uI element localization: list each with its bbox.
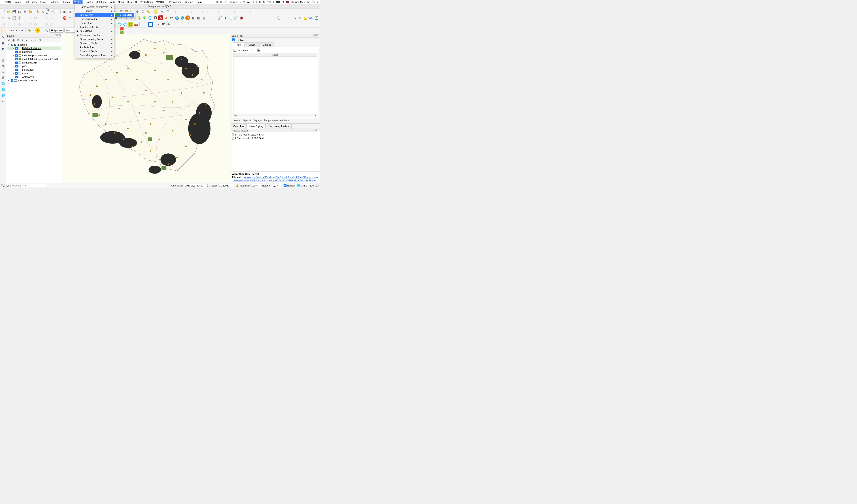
btab-processing[interactable]: Processing Toolbox — [266, 124, 292, 129]
locator-search-icon[interactable]: 🔍 — [1, 184, 4, 187]
layer-row[interactable]: ▸module8 landuse_cleaned [1973] — [7, 57, 61, 61]
layer-tree[interactable]: ▾🗀module8▸Rajshahi_districts▸buildings▸m… — [6, 43, 61, 183]
select-feature-icon[interactable]: ▭ — [1, 28, 6, 33]
layer-row[interactable]: ▸pofw — [7, 64, 61, 68]
lt-remove-icon[interactable]: 🗑 — [38, 38, 42, 42]
plugin-g-icon[interactable]: 🌎 — [180, 15, 185, 20]
expand-icon[interactable]: ▸ — [12, 65, 14, 67]
coord-extent-icon[interactable]: ⛶ — [207, 184, 209, 187]
snap13-icon[interactable]: ⊹ — [237, 9, 242, 14]
layer-visibility-checkbox[interactable] — [15, 47, 18, 50]
row3-d-icon[interactable]: ◇ — [17, 22, 22, 27]
plugin-red-icon[interactable]: A — [158, 15, 163, 20]
expand-icon[interactable]: ▸ — [12, 62, 14, 64]
plugin-c-icon[interactable]: 🖼 — [153, 15, 158, 20]
cloud-icon[interactable]: ☁ — [247, 0, 250, 3]
btab-valuetool[interactable]: Value Tool — [231, 124, 247, 129]
tray-icon[interactable]: ▤ — [220, 0, 222, 3]
lt-delim-icon[interactable]: , — [1, 52, 5, 57]
info-icon[interactable]: ℹ — [223, 15, 228, 20]
save-icon[interactable]: 💾 — [12, 9, 17, 14]
spin-down-icon[interactable]: ▼ — [258, 50, 260, 51]
zoom-in-icon[interactable]: 🔍+ — [46, 9, 51, 14]
lt-manage-icon[interactable]: 👁 — [16, 38, 20, 42]
result-row[interactable]: HTML report [12:02:43PM] — [231, 133, 319, 136]
row3-c-icon[interactable]: ◇ — [12, 22, 17, 27]
colorwheel-icon[interactable]: 🟥🟩 — [120, 28, 125, 33]
battery-icon[interactable] — [276, 1, 280, 3]
snap16-icon[interactable]: ⊹ — [254, 9, 258, 14]
green-tile-icon[interactable]: ▢ — [128, 22, 133, 27]
num123-icon[interactable]: 123 — [308, 15, 313, 20]
country-combo[interactable]: Philippines — [49, 28, 64, 33]
pan-icon[interactable]: ✋ — [35, 9, 40, 14]
filter-globe-icon[interactable]: 🔍 — [44, 28, 49, 33]
layer-visibility-checkbox[interactable] — [11, 79, 13, 82]
row3-h-icon[interactable]: ◇ — [38, 22, 44, 27]
menu-mmqgis[interactable]: MMQGIS — [156, 1, 166, 3]
render-checkbox[interactable] — [284, 184, 286, 187]
magnifier-input[interactable] — [251, 184, 260, 187]
measure-icon[interactable]: 📏 — [146, 9, 151, 14]
expand-icon[interactable]: ▸ — [12, 47, 14, 49]
edit-save-icon[interactable]: 💾 — [12, 15, 17, 20]
plugin-f-icon[interactable]: 🌍 — [174, 15, 179, 20]
zoom-layer-icon[interactable]: ▦ — [67, 9, 72, 14]
epsg-label[interactable]: EPSG:3106 — [301, 184, 314, 187]
snap4-icon[interactable]: ⊹ — [189, 9, 194, 14]
menu-database[interactable]: Database — [96, 1, 106, 3]
grid-b-icon[interactable]: ◧ — [196, 15, 201, 20]
menu-vector[interactable]: Vector — [73, 0, 83, 4]
menu-processing[interactable]: Processing — [169, 1, 181, 3]
menu-project[interactable]: Project — [14, 1, 21, 3]
menu-view[interactable]: View — [32, 1, 37, 3]
grid-c-icon[interactable]: ▨ — [201, 15, 206, 20]
target-icon[interactable]: ⊕ — [166, 22, 171, 27]
lt-raster-icon[interactable]: ▦ — [1, 41, 5, 45]
layer-row[interactable]: ▸buildings — [7, 50, 61, 54]
panel-undock-icon[interactable]: ▭ — [55, 34, 58, 37]
expand-icon[interactable]: ▸ — [12, 76, 14, 78]
route-icon[interactable]: 🗺 — [161, 22, 166, 27]
plugin-d-icon[interactable]: ◆ — [164, 15, 169, 20]
refresh-icon[interactable]: 🔄 — [314, 15, 319, 20]
snap10-icon[interactable]: ⊹ — [221, 9, 226, 14]
filepath-link[interactable]: /private/var/folders/ft/hddcdqd6bd9pqy6d… — [232, 176, 318, 182]
user-name[interactable]: Codrina Maria Ilie — [291, 1, 310, 3]
curve-c-icon[interactable]: ↘ — [292, 15, 297, 20]
scale-input[interactable] — [218, 184, 234, 187]
scissors-icon[interactable]: ✂ — [155, 22, 161, 27]
layer-visibility-checkbox[interactable] — [15, 76, 18, 78]
tool-a-icon[interactable]: ⬡ — [22, 15, 27, 20]
menu-hcmgis[interactable]: HCMGIS — [127, 1, 137, 3]
layer-row[interactable]: ▸Rajshahi_districts — [7, 47, 61, 50]
snap-toggle-icon[interactable]: 🧲 — [62, 15, 67, 20]
row3-g-icon[interactable]: ◇ — [33, 22, 38, 27]
measure2-icon[interactable]: 📐 — [303, 15, 308, 20]
row3-a-icon[interactable]: ◇ — [1, 22, 6, 27]
plugin-b-icon[interactable]: 🌐 — [148, 15, 152, 20]
layer-visibility-checkbox[interactable] — [15, 58, 18, 61]
vector-menu-item[interactable]: BGT Import — [75, 9, 114, 13]
lt-wms-icon[interactable]: 🌐 — [1, 81, 5, 86]
coord-input[interactable] — [184, 184, 206, 187]
clock-icon[interactable]: ◔ — [282, 0, 284, 3]
bluetooth-icon[interactable]: ᛒ — [255, 1, 257, 3]
control-center-icon[interactable]: ≡ — [317, 1, 318, 3]
menu-layer[interactable]: Layer — [40, 1, 47, 3]
openeo-icon[interactable]: openEO — [234, 15, 238, 20]
lt-pg-icon[interactable]: 🐘 — [1, 58, 5, 63]
snap15-icon[interactable]: ⊹ — [248, 9, 253, 14]
panel-undock-icon[interactable]: ▭ — [314, 129, 316, 132]
layer-visibility-checkbox[interactable] — [15, 65, 18, 68]
row3-i-icon[interactable]: ◇ — [44, 22, 49, 27]
panel-close-icon[interactable]: × — [317, 129, 319, 132]
vector-menu-item[interactable]: Group Stats — [75, 13, 114, 17]
bug-icon[interactable]: 🐞 — [239, 15, 244, 20]
vector-menu-item[interactable]: Polygon Divider — [75, 17, 114, 21]
vector-menu-item[interactable]: ◉QuickOSM — [75, 29, 114, 33]
tool-b-icon[interactable]: ⬡ — [28, 15, 33, 20]
tips-icon[interactable]: 💡 — [153, 9, 158, 14]
pan-selection-icon[interactable]: ⤧ — [40, 9, 45, 14]
menu-mesh[interactable]: Mesh — [118, 1, 124, 3]
